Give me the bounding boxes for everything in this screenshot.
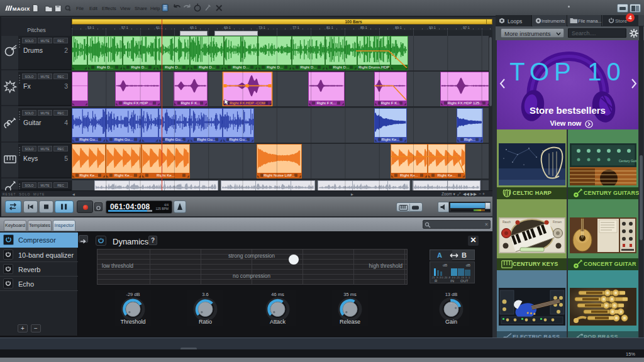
svg-text:Right Gu...: Right Gu... — [79, 137, 98, 141]
svg-text:Right Ke...: Right Ke... — [114, 173, 133, 177]
svg-text:Right Noise LiftF...: Right Noise LiftF... — [264, 173, 295, 177]
svg-text:Right FX.HDP 125...: Right FX.HDP 125... — [448, 101, 483, 105]
svg-text:Right D...: Right D... — [301, 65, 317, 69]
svg-text:no compression: no compression — [233, 273, 270, 279]
svg-text:Right D...: Right D... — [131, 65, 148, 69]
svg-text:Firmen: Firmen — [553, 221, 562, 224]
svg-text:Right D...: Right D... — [333, 65, 350, 69]
svg-text:Right F K...: Right F K... — [317, 101, 336, 105]
svg-text:strong compression: strong compression — [228, 253, 275, 259]
svg-text:Right Ke...: Right Ke... — [438, 173, 456, 177]
svg-text:Right Ke...: Right Ke... — [382, 137, 400, 141]
svg-text:Right Gu...: Right Gu... — [197, 137, 216, 141]
svg-text:high threshold: high threshold — [369, 263, 403, 269]
svg-text:Right F K...: Right F K... — [181, 101, 201, 105]
svg-text:Right FX.HDP ...: Right FX.HDP ... — [123, 101, 152, 105]
svg-text:Right Gu...: Right Gu... — [114, 137, 133, 141]
svg-text:low threshold: low threshold — [102, 263, 133, 269]
svg-text:Right Ke...: Right Ke... — [80, 173, 98, 177]
svg-text:Right Ke...: Right Ke... — [157, 173, 175, 177]
svg-text:Right D...: Right D... — [199, 65, 215, 69]
svg-text:Right D...: Right D... — [233, 65, 249, 69]
svg-text:Right D...: Right D... — [97, 65, 113, 69]
svg-text:Right Drums.HDP: Right Drums.HDP — [358, 65, 389, 69]
svg-text:Right D...: Right D... — [267, 65, 283, 69]
svg-text:Righ...: Righ... — [464, 137, 475, 141]
svg-text:Rauch: Rauch — [502, 221, 511, 224]
svg-text:Century Guitar: Century Guitar — [619, 159, 636, 163]
svg-text:Right Gu...: Right Gu... — [229, 137, 248, 141]
svg-text:Right FX.HDP -COM: Right FX.HDP -COM — [230, 101, 265, 105]
svg-text:Right D...: Right D... — [165, 65, 181, 69]
svg-text:Right F K...: Right F K... — [381, 101, 401, 105]
svg-text:Right Ke...: Right Ke... — [400, 173, 418, 177]
svg-text:MAGIX: MAGIX — [13, 6, 30, 12]
